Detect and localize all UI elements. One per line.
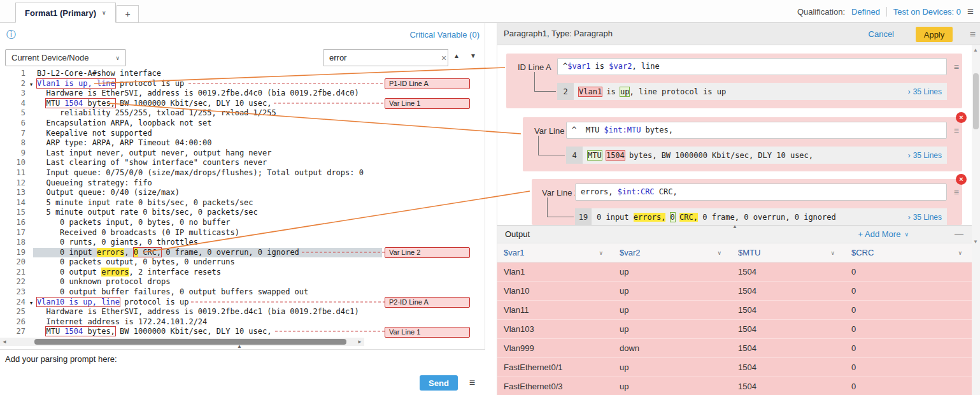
table-row[interactable]: Vlan1up15040 (497, 262, 972, 282)
column-header-var2[interactable]: $var2∨ (613, 243, 732, 262)
code-line-11[interactable]: 11 Input queue: 0/75/0/0 (size/max/drops… (0, 168, 485, 178)
code-line-14[interactable]: 14 5 minute input rate 0 bits/sec, 0 pac… (0, 198, 485, 208)
lines-count-link[interactable]: ›35 Lines (908, 213, 947, 222)
line-number: 16 (0, 218, 25, 228)
remove-card-icon[interactable]: × (956, 174, 967, 185)
scroll-left-icon[interactable]: ◄ (2, 339, 7, 345)
table-row[interactable]: Vlan10up15040 (497, 282, 972, 301)
pattern-input[interactable]: ^$var1 is $var2, line (557, 58, 947, 75)
collapse-panel-handle[interactable]: ▲ (237, 343, 242, 349)
line-number: 8 (0, 138, 25, 148)
table-row[interactable]: FastEthernet0/1up15040 (497, 358, 972, 377)
parser-tag-var-line-2[interactable]: Var Line 2 (385, 247, 470, 258)
parser-tag-var-line-1[interactable]: Var Line 1 (385, 98, 470, 109)
code-line-8[interactable]: 8 ARP type: ARPA, ARP Timeout 04:00:00 (0, 138, 485, 148)
remove-card-icon[interactable]: × (956, 112, 967, 123)
tab-format1-primary[interactable]: Format1 (Primary) ∨ (15, 3, 116, 23)
code-line-12[interactable]: 12 Queueing strategy: fifo (0, 178, 485, 189)
pattern-input[interactable]: ^ MTU $int:MTU bytes, (566, 122, 947, 139)
add-more-label: + Add More (858, 229, 901, 239)
parser-tag-var-line-1[interactable]: Var Line 1 (385, 327, 470, 338)
chevron-down-icon[interactable]: ∨ (830, 250, 835, 256)
vertical-scrollbar-thumb[interactable] (973, 73, 979, 129)
search-box[interactable]: × (323, 49, 448, 66)
card-menu-icon[interactable]: ≡ (954, 126, 959, 136)
code-line-26[interactable]: 26 Internet address is 172.24.101.2/24 (0, 317, 485, 327)
scroll-up-icon[interactable]: ▲ (973, 47, 978, 53)
horizontal-scrollbar-thumb[interactable] (34, 339, 346, 345)
qualification-value-link[interactable]: Defined (851, 7, 880, 17)
cancel-button[interactable]: Cancel (869, 29, 894, 39)
chevron-down-icon[interactable]: ∨ (717, 250, 721, 256)
vertical-scrollbar[interactable]: ▲ ▼ (972, 45, 980, 395)
table-row[interactable]: Vlan11up15040 (497, 301, 972, 320)
pattern-input[interactable]: errors, $int:CRC CRC, (575, 183, 947, 201)
column-header-var1[interactable]: $var1∨ (497, 243, 613, 262)
test-on-devices-link[interactable]: Test on Devices: 0 (893, 7, 961, 17)
horizontal-scrollbar[interactable]: ◄ ► (0, 338, 364, 346)
text-segment: CRC, (679, 213, 698, 222)
scroll-down-icon[interactable]: ▼ (973, 239, 978, 245)
table-row[interactable]: Vlan103up15040 (497, 320, 972, 339)
column-header-MTU[interactable]: $MTU∨ (732, 243, 845, 262)
code-line-3[interactable]: 3 Hardware is EtherSVI, address is 0019.… (0, 89, 485, 99)
card-menu-icon[interactable]: ≡ (954, 187, 959, 198)
column-header-CRC[interactable]: $CRC∨ (845, 243, 972, 262)
prompt-input[interactable] (5, 366, 406, 392)
parser-tag-p2-id-line-a[interactable]: P2-ID Line A (385, 297, 470, 308)
code-line-9[interactable]: 9 Last input never, output never, output… (0, 148, 485, 159)
apply-button[interactable]: Apply (916, 27, 953, 42)
send-button[interactable]: Send (420, 375, 458, 391)
table-cell: up (613, 262, 732, 281)
code-line-20[interactable]: 20 0 packets output, 0 bytes, 0 underrun… (0, 257, 485, 268)
code-line-18[interactable]: 18 0 runts, 0 giants, 0 throttles (0, 238, 485, 248)
chevron-down-icon[interactable]: ∨ (599, 250, 603, 256)
sample-line-row[interactable]: 4 MTU 1504 bytes, BW 1000000 Kbit/sec, D… (566, 147, 947, 164)
code-line-1[interactable]: 1BJ-L2-Core-A#show interface (0, 69, 485, 79)
code-line-10[interactable]: 10 Last clearing of "show interface" cou… (0, 158, 485, 168)
collapse-output-handle[interactable]: ▲ (732, 225, 737, 229)
table-cell: 0 (845, 339, 972, 357)
critical-variable-link[interactable]: Critical Variable (0) (409, 30, 479, 40)
sample-line-row[interactable]: 19 0 input errors, 0 CRC, 0 frame, 0 ove… (575, 208, 947, 226)
add-more-button[interactable]: + Add More ∨ (858, 229, 909, 239)
code-line-6[interactable]: 6 Encapsulation ARPA, loopback not set (0, 118, 485, 129)
code-text: 0 input errors, 0 CRC, 0 frame, 0 overru… (37, 248, 299, 257)
code-line-5[interactable]: 5 reliability 255/255, txload 1/255, rxl… (0, 108, 485, 118)
code-editor[interactable]: 1BJ-L2-Core-A#show interface2▼Vlan1 is u… (0, 69, 485, 338)
minimize-output-icon[interactable]: — (955, 228, 963, 238)
code-line-17[interactable]: 17 Received 0 broadcasts (0 IP multicast… (0, 228, 485, 238)
prompt-menu-icon[interactable]: ≡ (469, 378, 475, 388)
code-line-21[interactable]: 21 0 output errors, 2 interface resets (0, 268, 485, 278)
lines-count-link[interactable]: ›35 Lines (908, 87, 947, 96)
chevron-down-icon[interactable]: ∨ (958, 250, 962, 256)
sample-line-row[interactable]: 2 Vlan1 is up, line protocol is up ›35 L… (557, 83, 947, 100)
search-input[interactable] (329, 53, 441, 62)
menu-icon[interactable]: ≡ (967, 6, 974, 17)
card-menu-icon[interactable]: ≡ (954, 62, 959, 72)
code-line-23[interactable]: 23 0 output buffer failures, 0 output bu… (0, 287, 485, 298)
code-line-25[interactable]: 25 Hardware is EtherSVI, address is 0019… (0, 307, 485, 317)
code-line-22[interactable]: 22 0 unknown protocol drops (0, 277, 485, 287)
code-line-16[interactable]: 16 0 packets input, 0 bytes, 0 no buffer (0, 218, 485, 228)
text-segment: MTU (46, 327, 64, 336)
code-line-15[interactable]: 15 5 minute output rate 0 bits/sec, 0 pa… (0, 208, 485, 218)
search-next-button[interactable]: ▼ (470, 52, 476, 59)
new-tab-button[interactable]: + (117, 5, 139, 23)
clear-search-icon[interactable]: × (441, 53, 446, 63)
code-line-7[interactable]: 7 Keepalive not supported (0, 129, 485, 139)
table-row[interactable]: Vlan999down15040 (497, 339, 972, 358)
rule-card-var-line-1: Var Line 1 ^ MTU $int:MTU bytes, ≡ 4 MTU… (523, 117, 962, 171)
scroll-right-icon[interactable]: ► (357, 339, 362, 345)
text-segment: bytes, (641, 126, 673, 134)
table-row[interactable]: FastEthernet0/3up15040 (497, 377, 972, 395)
lines-count-link[interactable]: ›35 Lines (908, 151, 947, 160)
paragraph-menu-icon[interactable]: ≡ (970, 29, 976, 40)
search-previous-button[interactable]: ▲ (453, 52, 460, 59)
info-icon[interactable]: ⓘ (6, 29, 16, 41)
code-line-13[interactable]: 13 Output queue: 0/40 (size/max) (0, 188, 485, 198)
device-node-dropdown[interactable]: Current Device/Node ∨ (5, 49, 126, 66)
parser-tag-p1-id-line-a[interactable]: P1-ID Line A (385, 78, 470, 89)
rule-card-label: Var Line 2 (542, 188, 579, 198)
text-segment: up (620, 87, 629, 96)
